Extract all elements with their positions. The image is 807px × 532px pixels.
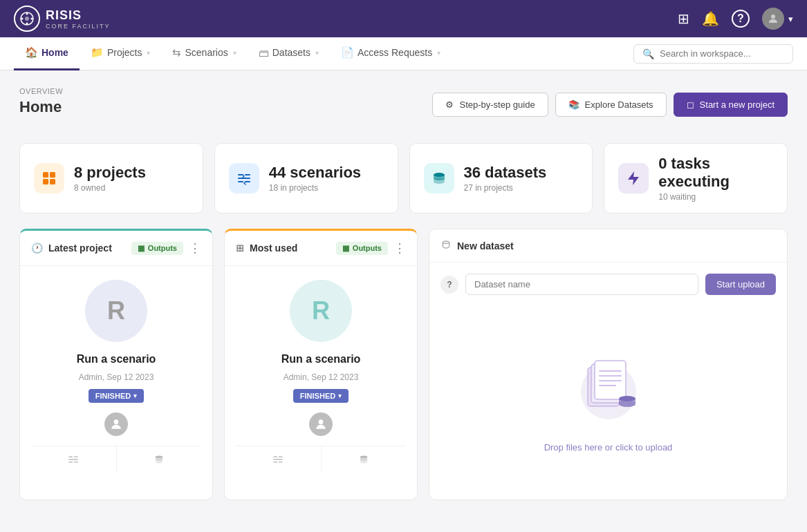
nav-datasets[interactable]: 🗃 Datasets ▾ (248, 37, 330, 70)
scenarios-footer-button[interactable] (31, 446, 116, 473)
logo-icon (14, 6, 40, 32)
dataset-input-row: ? Start upload (429, 263, 787, 306)
new-dataset-panel: New dataset ? Start upload (429, 229, 788, 500)
datasets-footer-button[interactable] (322, 446, 407, 473)
tasks-waiting: 10 waiting (658, 192, 773, 202)
user-menu[interactable]: ▾ (762, 8, 793, 30)
project-info: Admin, Sep 12 2023 (79, 372, 154, 382)
start-upload-button[interactable]: Start upload (705, 274, 776, 295)
outputs-badge[interactable]: ▦ Outputs (131, 242, 183, 255)
svg-rect-10 (50, 179, 55, 184)
outputs-icon: ▦ (342, 244, 349, 253)
datasets-in-projects: 27 in projects (464, 183, 547, 193)
nav-scenarios[interactable]: ⇆ Scenarios ▾ (161, 37, 247, 70)
upload-area[interactable]: Drop files here or click to upload (429, 306, 787, 500)
explore-datasets-button[interactable]: 📚 Explore Datasets (555, 93, 667, 117)
search-box[interactable]: 🔍 (633, 44, 793, 64)
search-icon: 🔍 (642, 48, 654, 59)
most-used-panel-title: Most used (250, 243, 297, 254)
datasets-count: 36 datasets (464, 164, 547, 182)
project-avatar: R (290, 280, 352, 342)
scenarios-count: 44 scenarios (269, 164, 361, 182)
scenarios-icon: ⇆ (172, 46, 181, 59)
projects-count: 8 projects (74, 164, 146, 182)
help-icon[interactable]: ? (732, 10, 750, 28)
datasets-icon: 🗃 (259, 47, 269, 59)
projects-owned: 8 owned (74, 183, 146, 193)
help-button[interactable]: ? (440, 276, 458, 294)
stats-row: 8 projects 8 owned 44 scenarios 18 in pr… (19, 143, 788, 213)
scenarios-footer-button[interactable] (236, 446, 321, 473)
guide-icon: ⚙ (445, 99, 454, 110)
stat-datasets: 36 datasets 27 in projects (409, 143, 593, 213)
search-input[interactable] (660, 48, 784, 59)
status-badge[interactable]: FINISHED ▾ (293, 389, 349, 403)
project-name: Run a scenario (281, 353, 361, 365)
most-used-panel-header: ⊞ Most used ▦ Outputs ⋮ (225, 231, 417, 266)
more-menu-button[interactable]: ⋮ (393, 240, 406, 256)
svg-point-4 (26, 23, 28, 25)
content-row: 🕐 Latest project ▦ Outputs ⋮ R Run a sce… (19, 229, 788, 500)
upload-drop-text: Drop files here or click to upload (544, 442, 673, 453)
datasets-footer-button[interactable] (117, 446, 202, 473)
svg-point-1 (25, 17, 29, 21)
topbar-icons: ⊞ 🔔 ? ▾ (678, 8, 793, 30)
more-menu-button[interactable]: ⋮ (189, 240, 201, 256)
subnav: 🏠 Home 📁 Projects ▾ ⇆ Scenarios ▾ 🗃 Data… (0, 37, 807, 70)
tasks-stat-icon (618, 163, 649, 193)
most-used-project-body: R Run a scenario Admin, Sep 12 2023 FINI… (225, 266, 417, 486)
new-project-icon: ◻ (687, 99, 694, 110)
step-guide-button[interactable]: ⚙ Step-by-step guide (432, 93, 548, 117)
page-title: Home (19, 98, 63, 116)
stat-projects: 8 projects 8 owned (19, 143, 203, 213)
svg-point-2 (26, 13, 28, 15)
svg-point-3 (31, 18, 33, 20)
action-bar: ⚙ Step-by-step guide 📚 Explore Datasets … (432, 93, 788, 117)
grid-small-icon: ⊞ (236, 243, 244, 254)
home-icon: 🏠 (25, 46, 38, 59)
project-user-avatar (309, 412, 333, 436)
nav-access-requests[interactable]: 📄 Access Requests ▾ (330, 37, 452, 70)
chevron-down-icon: ▾ (147, 49, 150, 57)
topbar: RISIS CORE FACILITY ⊞ 🔔 ? ▾ (0, 0, 807, 37)
project-info: Admin, Sep 12 2023 (284, 372, 359, 382)
dataset-panel-header: New dataset (429, 229, 787, 263)
svg-point-14 (319, 419, 324, 424)
nav-items: 🏠 Home 📁 Projects ▾ ⇆ Scenarios ▾ 🗃 Data… (14, 37, 452, 70)
project-name: Run a scenario (77, 353, 156, 365)
project-user-avatar (104, 412, 128, 436)
projects-icon: 📁 (91, 46, 104, 59)
chevron-down-icon: ▾ (233, 49, 236, 57)
svg-point-5 (21, 18, 24, 20)
dataset-header-icon (440, 239, 452, 252)
project-footer (31, 446, 201, 473)
datasets-stat-icon (424, 163, 454, 193)
outputs-badge[interactable]: ▦ Outputs (336, 242, 388, 255)
nav-projects[interactable]: 📁 Projects ▾ (80, 37, 162, 70)
status-badge[interactable]: FINISHED ▾ (89, 389, 144, 403)
avatar (309, 412, 333, 436)
breadcrumb: OVERVIEW (19, 87, 63, 95)
most-used-panel: ⊞ Most used ▦ Outputs ⋮ R Run a scenario… (224, 229, 418, 500)
upload-illustration (571, 347, 647, 426)
scenarios-stat-icon (229, 163, 259, 193)
dataset-panel-title: New dataset (457, 240, 514, 251)
outputs-icon: ▦ (138, 244, 145, 253)
latest-project-body: R Run a scenario Admin, Sep 12 2023 FINI… (20, 266, 212, 486)
nav-home[interactable]: 🏠 Home (14, 37, 80, 70)
logo-name: RISIS (46, 8, 82, 22)
svg-rect-7 (43, 172, 48, 178)
svg-point-6 (771, 15, 775, 19)
avatar (104, 412, 128, 436)
latest-panel-title: Latest project (48, 243, 112, 254)
chevron-down-icon: ▾ (315, 49, 319, 57)
dataset-name-input[interactable] (465, 274, 698, 295)
main-content: OVERVIEW Home ⚙ Step-by-step guide 📚 Exp… (0, 70, 807, 517)
grid-icon[interactable]: ⊞ (678, 10, 689, 27)
new-project-button[interactable]: ◻ Start a new project (674, 93, 788, 117)
clock-icon: 🕐 (31, 243, 43, 254)
stat-tasks: 0 tasks executing 10 waiting (604, 143, 788, 213)
logo-sub: CORE FACILITY (46, 23, 111, 30)
chevron-down-icon: ▾ (338, 392, 342, 399)
bell-icon[interactable]: 🔔 (702, 10, 719, 27)
